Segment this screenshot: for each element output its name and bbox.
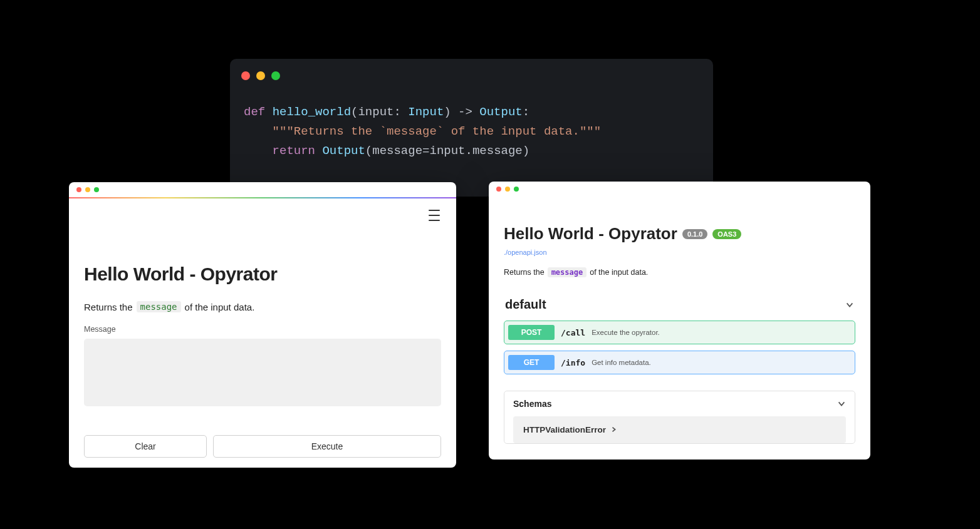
desc-text: Returns the (84, 302, 133, 312)
code-text: Output (479, 105, 522, 119)
chevron-down-icon (837, 399, 846, 408)
minimize-icon[interactable] (85, 187, 90, 192)
code-text: message (372, 144, 422, 158)
api-window-titlebar (489, 182, 870, 197)
code-text: Input (408, 105, 444, 119)
code-text: ( (365, 144, 372, 158)
code-text: . (466, 144, 472, 158)
api-operation-call[interactable]: POST /call Execute the opyrator. (504, 321, 855, 344)
http-method-badge: GET (508, 355, 555, 370)
minimize-icon[interactable] (256, 71, 265, 80)
code-text: : (394, 105, 408, 119)
desc-text: of the input data. (590, 268, 648, 277)
code-text: ) (523, 144, 529, 158)
schemas-title: Schemas (513, 399, 551, 409)
api-summary: Get info metadata. (592, 359, 651, 366)
chevron-right-icon (611, 425, 617, 434)
message-field-label: Message (84, 325, 441, 334)
message-input[interactable] (84, 339, 441, 406)
hamburger-menu-icon[interactable] (429, 210, 442, 221)
code-block: def hello_world(input: Input) -> Output:… (230, 84, 713, 173)
code-text: Output (315, 144, 365, 158)
api-description: Returns the message of the input data. (504, 267, 855, 277)
ui-app-window: Hello World - Opyrator Returns the messa… (69, 182, 456, 468)
desc-code: message (548, 267, 587, 277)
openapi-link[interactable]: ./openapi.json (504, 249, 547, 256)
http-method-badge: POST (508, 325, 555, 340)
page-description: Returns the message of the input data. (84, 301, 441, 312)
desc-code: message (137, 301, 181, 312)
api-summary: Execute the opyrator. (592, 329, 660, 336)
code-text: input (430, 144, 466, 158)
schema-name: HTTPValidationError (523, 425, 606, 434)
api-version-badge: 0.1.0 (682, 229, 707, 239)
maximize-icon[interactable] (94, 187, 99, 192)
api-section-default[interactable]: default (504, 295, 855, 314)
code-keyword-def: def (244, 105, 265, 119)
code-text: message (472, 144, 523, 158)
api-path: /info (561, 358, 585, 367)
api-title: Hello World - Opyrator (504, 224, 677, 244)
desc-text: of the input data. (185, 302, 255, 312)
close-icon[interactable] (241, 71, 250, 80)
code-docstring: """Returns the `message` of the input da… (273, 125, 602, 138)
minimize-icon[interactable] (505, 187, 510, 192)
chevron-down-icon (845, 300, 854, 309)
code-text: input (358, 105, 394, 119)
desc-text: Returns the (504, 268, 545, 277)
code-window-titlebar (230, 59, 713, 84)
api-section-title: default (505, 297, 546, 312)
page-title: Hello World - Opyrator (84, 264, 441, 285)
maximize-icon[interactable] (514, 187, 519, 192)
clear-button[interactable]: Clear (84, 435, 207, 458)
schema-item[interactable]: HTTPValidationError (513, 416, 846, 443)
close-icon[interactable] (76, 187, 81, 192)
code-text: = (422, 144, 429, 158)
api-path: /call (561, 328, 585, 337)
code-text: : (523, 105, 529, 119)
close-icon[interactable] (496, 187, 501, 192)
code-keyword-return: return (273, 144, 315, 158)
schemas-toggle[interactable]: Schemas (504, 391, 855, 416)
schemas-section: Schemas HTTPValidationError (504, 391, 855, 444)
code-text: ( (351, 105, 358, 119)
execute-button[interactable]: Execute (213, 435, 441, 458)
api-oas-badge: OAS3 (712, 229, 741, 239)
api-docs-window: Hello World - Opyrator 0.1.0 OAS3 ./open… (489, 182, 870, 460)
code-text: ) -> (444, 105, 479, 119)
api-operation-info[interactable]: GET /info Get info metadata. (504, 351, 855, 374)
code-func-name: hello_world (273, 105, 351, 119)
maximize-icon[interactable] (271, 71, 280, 80)
code-editor-window: def hello_world(input: Input) -> Output:… (230, 59, 713, 197)
ui-window-titlebar (69, 182, 456, 197)
